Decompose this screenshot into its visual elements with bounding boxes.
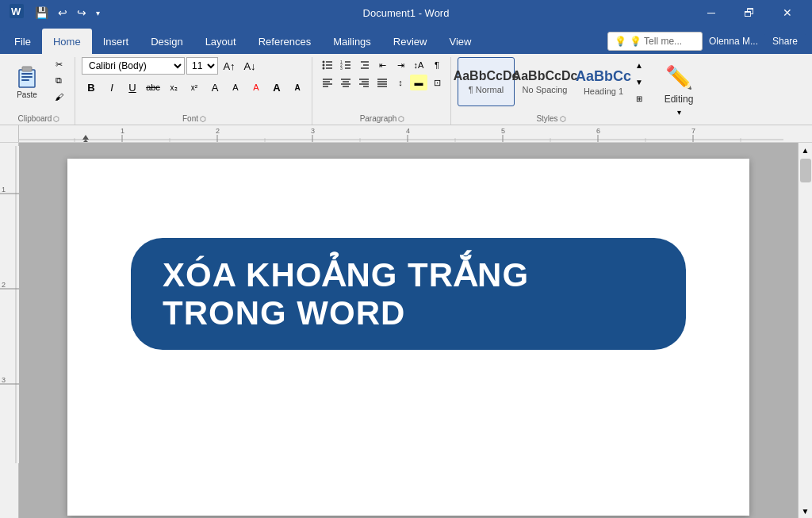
bullets-button[interactable]: [319, 57, 336, 73]
tab-review[interactable]: Review: [382, 29, 439, 54]
font-row1: Calibri (Body) 11 12 14 A↑ A↓: [82, 57, 259, 75]
redo-icon[interactable]: ↪: [74, 5, 90, 21]
style-no-spacing[interactable]: AaBbCcDc No Spacing: [516, 57, 573, 106]
svg-rect-6: [21, 79, 29, 81]
font-color-button[interactable]: A: [247, 79, 266, 96]
style-normal[interactable]: AaBbCcDc ¶ Normal: [458, 57, 515, 106]
subscript-button[interactable]: x₂: [164, 79, 183, 96]
svg-rect-38: [19, 125, 783, 143]
font-label: Font ⬡: [182, 113, 206, 123]
tab-file[interactable]: File: [3, 29, 42, 54]
svg-text:3: 3: [340, 66, 343, 71]
scroll-down-button[interactable]: ▼: [799, 504, 813, 518]
clipboard-small-buttons: ✂ ⧉ 🖌: [48, 57, 70, 104]
align-right-button[interactable]: [355, 75, 373, 90]
svg-point-10: [323, 61, 325, 63]
save-icon[interactable]: 💾: [32, 5, 52, 21]
paste-button[interactable]: Paste: [8, 57, 46, 105]
align-center-button[interactable]: [337, 75, 354, 90]
document-page: XÓA KHOẢNG TRẮNG TRONG WORD: [67, 159, 749, 516]
styles-expand-icon[interactable]: ⬡: [560, 115, 566, 123]
numbering-button[interactable]: 123: [337, 57, 354, 73]
undo-icon[interactable]: ↩: [55, 5, 71, 21]
superscript-button[interactable]: x²: [185, 79, 204, 96]
svg-text:3: 3: [2, 376, 6, 384]
font-row2: B I U abc x₂ x² A A A A A: [82, 79, 307, 96]
ribbon-tab-bar: File Home Insert Design Layout Reference…: [0, 25, 812, 54]
align-left-button[interactable]: [319, 75, 336, 90]
share-button[interactable]: Share: [764, 33, 806, 50]
vertical-scrollbar: ▲ ▼: [798, 143, 812, 518]
window-controls: ─ 🗗 ✕: [693, 0, 806, 25]
font-size-dec-button[interactable]: A: [288, 79, 307, 96]
show-marks-button[interactable]: ¶: [428, 57, 446, 73]
cut-button[interactable]: ✂: [48, 57, 70, 72]
italic-button[interactable]: I: [102, 79, 121, 96]
user-name[interactable]: Olenna M...: [709, 36, 758, 47]
restore-button[interactable]: 🗗: [731, 0, 768, 25]
svg-text:5: 5: [501, 127, 505, 135]
tab-view[interactable]: View: [438, 29, 482, 54]
clear-format-button[interactable]: A: [205, 79, 224, 96]
styles-scroll-up[interactable]: ▲: [634, 57, 645, 73]
horizontal-ruler: 1 2 3 4 5 6 7: [0, 125, 812, 143]
svg-text:2: 2: [2, 281, 6, 289]
title-text: Document1 - Word: [363, 7, 450, 19]
tab-insert[interactable]: Insert: [92, 29, 140, 54]
styles-content: AaBbCcDc ¶ Normal AaBbCcDc No Spacing Aa…: [458, 57, 645, 113]
tab-layout[interactable]: Layout: [194, 29, 247, 54]
shading-button[interactable]: ▬: [410, 75, 427, 90]
format-painter-button[interactable]: 🖌: [48, 89, 70, 104]
clipboard-expand-icon[interactable]: ⬡: [53, 115, 59, 123]
paragraph-row2: ↕ ▬ ⊡: [319, 75, 446, 90]
decrease-font-button[interactable]: A↓: [240, 57, 259, 75]
font-size-select[interactable]: 11 12 14: [186, 57, 218, 75]
svg-rect-5: [21, 76, 33, 78]
normal-preview: AaBbCcDc: [454, 69, 519, 83]
close-button[interactable]: ✕: [769, 0, 806, 25]
font-family-select[interactable]: Calibri (Body): [82, 57, 185, 75]
bold-button[interactable]: B: [82, 79, 101, 96]
tab-mailings[interactable]: Mailings: [322, 29, 382, 54]
scroll-up-button[interactable]: ▲: [799, 143, 813, 157]
nospacing-preview: AaBbCcDc: [512, 69, 578, 83]
paragraph-group: 123 ⇤ ⇥ ↕A ¶: [314, 57, 451, 125]
font-size-inc-button[interactable]: A: [267, 79, 286, 96]
styles-scroll-down[interactable]: ▼: [634, 74, 645, 90]
border-button[interactable]: ⊡: [428, 75, 446, 90]
tab-design[interactable]: Design: [140, 29, 193, 54]
paragraph-content: 123 ⇤ ⇥ ↕A ¶: [319, 57, 446, 113]
strikethrough-button[interactable]: abc: [144, 79, 163, 96]
document-scroll-area[interactable]: XÓA KHOẢNG TRẮNG TRONG WORD: [19, 143, 798, 518]
justify-button[interactable]: [373, 75, 391, 90]
scroll-thumb[interactable]: [800, 159, 811, 182]
multilevel-list-button[interactable]: [355, 57, 373, 73]
decrease-indent-button[interactable]: ⇤: [373, 57, 391, 73]
styles-gallery: AaBbCcDc ¶ Normal AaBbCcDc No Spacing Aa…: [458, 57, 632, 106]
svg-rect-3: [22, 67, 32, 71]
styles-expand[interactable]: ⊞: [634, 90, 645, 106]
sort-button[interactable]: ↕A: [410, 57, 427, 73]
minimize-button[interactable]: ─: [693, 0, 730, 25]
tell-me-input[interactable]: 💡 💡 Tell me...: [607, 32, 703, 51]
svg-text:6: 6: [596, 127, 600, 135]
word-icon: W: [6, 2, 27, 23]
increase-font-button[interactable]: A↑: [220, 57, 239, 75]
svg-point-11: [323, 64, 325, 67]
svg-point-12: [323, 67, 325, 70]
tell-me-placeholder: 💡 Tell me...: [630, 36, 682, 47]
tab-references[interactable]: References: [247, 29, 322, 54]
increase-indent-button[interactable]: ⇥: [392, 57, 409, 73]
editing-button[interactable]: ✏️ Editing ▾: [657, 67, 701, 114]
style-heading1[interactable]: AaBbCc Heading 1: [575, 57, 632, 106]
line-spacing-button[interactable]: ↕: [392, 75, 409, 90]
copy-button[interactable]: ⧉: [48, 73, 70, 88]
text-highlight-button[interactable]: A: [226, 79, 245, 96]
customize-qa-icon[interactable]: ▾: [93, 7, 103, 19]
ribbon-content: Paste ✂ ⧉ 🖌 Clipboard ⬡ Calibri (Body) 1…: [0, 54, 812, 125]
underline-button[interactable]: U: [123, 79, 142, 96]
font-expand-icon[interactable]: ⬡: [200, 115, 206, 123]
tab-home[interactable]: Home: [42, 29, 92, 54]
svg-text:2: 2: [216, 127, 220, 135]
paragraph-expand-icon[interactable]: ⬡: [398, 115, 404, 123]
